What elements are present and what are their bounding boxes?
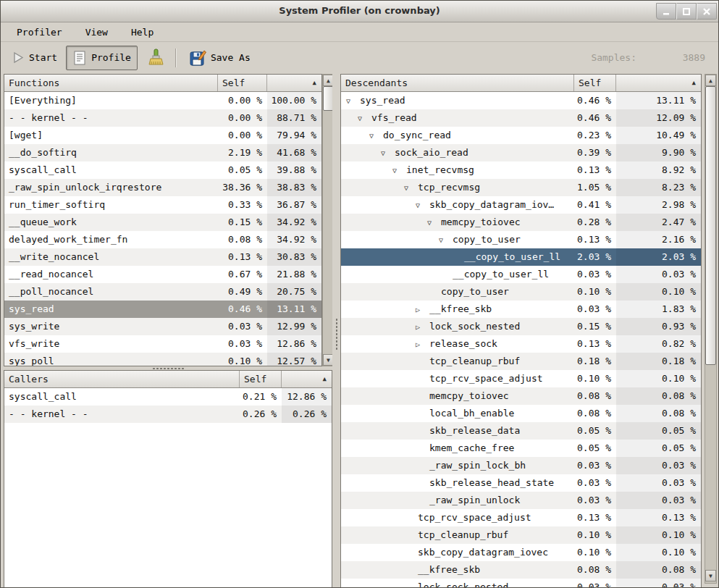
- tree-row[interactable]: ▽sys_read0.46 %13.11 %: [341, 92, 701, 109]
- tree-row[interactable]: kmem_cache_free0.05 %0.05 %: [341, 440, 701, 457]
- tree-cell: ▽sys_read: [341, 92, 574, 109]
- tree-row[interactable]: copy_to_user0.10 %0.10 %: [341, 283, 701, 301]
- tree-row[interactable]: ▽copy_to_user0.13 %2.16 %: [341, 231, 701, 248]
- expander-open-icon[interactable]: ▽: [358, 110, 371, 127]
- scroll-up-icon[interactable]: ▲: [705, 75, 716, 86]
- percent-value: 0.10 %: [616, 544, 701, 561]
- tree-row[interactable]: ▽sock_aio_read0.39 %9.90 %: [341, 144, 701, 161]
- function-name: do_sync_read: [383, 130, 451, 140]
- tree-row[interactable]: __copy_to_user_ll2.03 %2.03 %: [341, 248, 701, 266]
- column-header-total[interactable]: Total ▲: [282, 371, 332, 387]
- table-row[interactable]: syscall_call0.05 %39.88 %: [4, 161, 321, 179]
- reset-button[interactable]: [140, 46, 171, 70]
- column-header-self[interactable]: Self: [240, 371, 282, 387]
- tree-row[interactable]: tcp_rcv_space_adjust0.10 %0.10 %: [341, 370, 701, 387]
- tree-row[interactable]: ▷release_sock0.13 %0.82 %: [341, 335, 701, 353]
- expander-open-icon[interactable]: ▽: [404, 180, 418, 196]
- table-row[interactable]: __queue_work0.15 %34.92 %: [4, 214, 321, 231]
- descendants-scrollbar[interactable]: ▲ ▼: [705, 74, 717, 584]
- table-row[interactable]: [Everything]0.00 %100.00 %: [4, 92, 321, 109]
- tree-row[interactable]: ▽do_sync_read0.23 %10.49 %: [341, 127, 701, 144]
- tree-row[interactable]: ▽vfs_read0.46 %12.09 %: [341, 109, 701, 127]
- expander-open-icon[interactable]: ▽: [416, 197, 429, 214]
- table-row[interactable]: - - kernel - -0.26 %0.26 %: [4, 406, 332, 423]
- expander-closed-icon[interactable]: ▷: [416, 319, 429, 335]
- tree-row[interactable]: tcp_cleanup_rbuf0.10 %0.10 %: [341, 526, 701, 544]
- table-row[interactable]: __do_softirq2.19 %41.68 %: [4, 144, 321, 161]
- start-button-label: Start: [29, 52, 57, 63]
- tree-row[interactable]: ▽skb_copy_datagram_iov…0.41 %2.98 %: [341, 196, 701, 214]
- table-row[interactable]: vfs_write0.03 %12.86 %: [4, 335, 321, 353]
- tree-row[interactable]: __kfree_skb0.08 %0.08 %: [341, 561, 701, 579]
- table-row[interactable]: __read_nocancel0.67 %21.88 %: [4, 266, 321, 283]
- table-row[interactable]: run_timer_softirq0.33 %36.87 %: [4, 196, 321, 214]
- sort-ascending-icon: ▲: [692, 75, 696, 91]
- expander-open-icon[interactable]: ▽: [381, 145, 395, 161]
- column-header-descendants[interactable]: Descendants: [341, 75, 574, 91]
- save-as-button[interactable]: Save As: [183, 46, 256, 70]
- descendants-scroll-track[interactable]: [705, 86, 716, 570]
- tree-row[interactable]: ▽memcpy_toiovec0.28 %2.47 %: [341, 214, 701, 231]
- column-header-self[interactable]: Self: [218, 75, 267, 91]
- table-row[interactable]: [wget]0.00 %79.94 %: [4, 127, 321, 144]
- table-row[interactable]: sys_poll0.10 %12.57 %: [4, 353, 321, 366]
- profile-toggle-button[interactable]: Profile: [66, 46, 138, 70]
- profile-button-label: Profile: [91, 52, 131, 63]
- close-button[interactable]: [697, 3, 717, 20]
- tree-row[interactable]: __copy_to_user_ll0.03 %0.03 %: [341, 266, 701, 283]
- tree-row[interactable]: skb_release_data0.05 %0.05 %: [341, 422, 701, 440]
- table-row[interactable]: _raw_spin_unlock_irqrestore38.36 %38.83 …: [4, 179, 321, 196]
- expander-closed-icon[interactable]: ▷: [416, 336, 429, 353]
- expander-open-icon[interactable]: ▽: [392, 162, 406, 179]
- table-row[interactable]: delayed_work_timer_fn0.08 %34.92 %: [4, 231, 321, 248]
- column-header-self[interactable]: Self: [574, 75, 616, 91]
- tree-row[interactable]: tcp_cleanup_rbuf0.18 %0.18 %: [341, 353, 701, 370]
- maximize-button[interactable]: [676, 3, 697, 20]
- function-name: skb_release_head_state: [429, 477, 554, 488]
- table-row[interactable]: __poll_nocancel0.49 %20.75 %: [4, 283, 321, 301]
- expander-open-icon[interactable]: ▽: [439, 232, 453, 248]
- tree-row[interactable]: ▷__kfree_skb0.03 %1.83 %: [341, 301, 701, 318]
- tree-row[interactable]: tcp_rcv_space_adjust0.13 %0.13 %: [341, 509, 701, 526]
- expander-open-icon[interactable]: ▽: [427, 214, 441, 231]
- tree-row[interactable]: skb_release_head_state0.03 %0.03 %: [341, 474, 701, 492]
- menu-item-view[interactable]: View: [78, 25, 115, 40]
- main-pane-splitter[interactable]: [332, 74, 340, 588]
- table-row[interactable]: __write_nocancel0.13 %30.83 %: [4, 248, 321, 266]
- function-name: syscall_call: [4, 388, 240, 406]
- descendants-scroll-thumb[interactable]: [705, 86, 716, 365]
- expander-closed-icon[interactable]: ▷: [416, 301, 429, 318]
- percent-value: 2.98 %: [616, 196, 701, 214]
- tree-row[interactable]: skb_copy_datagram_iovec0.10 %0.10 %: [341, 544, 701, 561]
- table-row[interactable]: syscall_call0.21 %12.86 %: [4, 388, 332, 406]
- column-header-callers[interactable]: Callers: [4, 371, 240, 387]
- expander-open-icon[interactable]: ▽: [369, 127, 383, 144]
- splitter-grip: [335, 318, 338, 351]
- column-header-total[interactable]: Total ▲: [267, 75, 321, 91]
- tree-row[interactable]: ▽inet_recvmsg0.13 %8.92 %: [341, 161, 701, 179]
- table-row[interactable]: - - kernel - -0.00 %88.71 %: [4, 109, 321, 127]
- minimize-button[interactable]: [656, 3, 676, 20]
- tree-cell: tcp_cleanup_rbuf: [341, 526, 574, 544]
- start-button[interactable]: Start: [7, 46, 63, 70]
- expander-open-icon[interactable]: ▽: [346, 93, 360, 109]
- tree-row[interactable]: _raw_spin_unlock0.03 %0.03 %: [341, 492, 701, 509]
- column-header-functions[interactable]: Functions: [4, 75, 218, 91]
- tree-row[interactable]: ▽tcp_recvmsg1.05 %8.23 %: [341, 179, 701, 196]
- column-header-cumulative[interactable]: Cumulative ▲: [616, 75, 701, 91]
- menu-item-help[interactable]: Help: [124, 25, 161, 40]
- tree-row[interactable]: lock_sock_nested0.03 %0.03 %: [341, 579, 701, 588]
- menu-item-profiler[interactable]: Profiler: [9, 25, 70, 40]
- function-name: tcp_recvmsg: [418, 182, 480, 193]
- table-row[interactable]: sys_read0.46 %13.11 %: [4, 301, 321, 318]
- descendants-panel: Descendants Self Cumulative ▲ ▽sys_read0…: [340, 74, 702, 588]
- tree-row[interactable]: _raw_spin_lock_bh0.03 %0.03 %: [341, 457, 701, 474]
- table-row[interactable]: sys_write0.03 %12.99 %: [4, 318, 321, 335]
- function-name: __kfree_skb: [429, 303, 492, 314]
- tree-row[interactable]: local_bh_enable0.08 %0.08 %: [341, 405, 701, 422]
- tree-row[interactable]: memcpy_toiovec0.08 %0.08 %: [341, 387, 701, 405]
- sort-ascending-icon: ▲: [323, 371, 327, 387]
- scroll-down-icon[interactable]: ▼: [705, 570, 716, 581]
- tree-row[interactable]: ▷lock_sock_nested0.15 %0.93 %: [341, 318, 701, 335]
- tree-cell: ▽copy_to_user: [341, 231, 574, 248]
